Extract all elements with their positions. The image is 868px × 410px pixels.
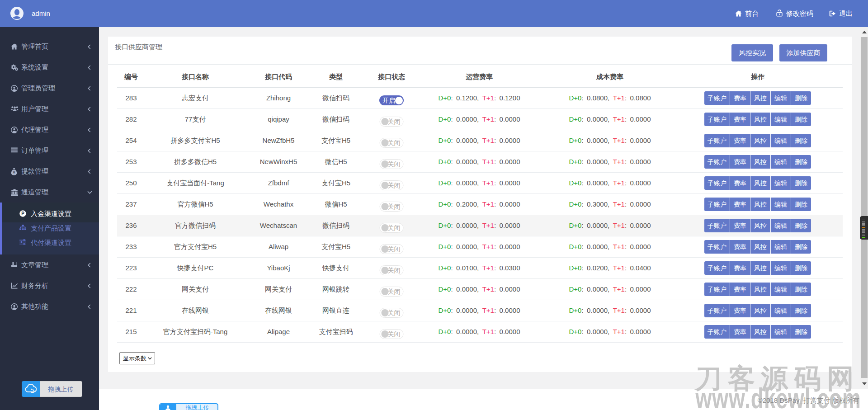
svg-text:¥: ¥ bbox=[13, 171, 15, 174]
svg-text:P: P bbox=[21, 211, 24, 216]
